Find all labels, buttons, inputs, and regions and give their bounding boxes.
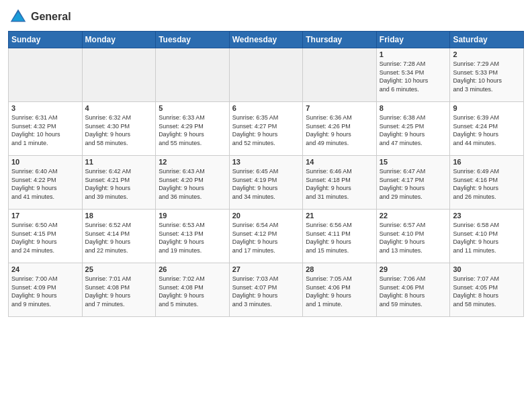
calendar-cell: 30Sunrise: 7:07 AM Sunset: 4:05 PM Dayli…	[450, 263, 524, 317]
day-info: Sunrise: 7:06 AM Sunset: 4:06 PM Dayligh…	[380, 275, 447, 308]
day-info: Sunrise: 6:43 AM Sunset: 4:20 PM Dayligh…	[159, 167, 226, 201]
day-info: Sunrise: 6:56 AM Sunset: 4:11 PM Dayligh…	[306, 221, 373, 255]
day-number: 18	[85, 212, 153, 220]
calendar-week-row: 24Sunrise: 7:00 AM Sunset: 4:09 PM Dayli…	[9, 263, 524, 317]
day-info: Sunrise: 6:42 AM Sunset: 4:21 PM Dayligh…	[85, 167, 153, 201]
day-info: Sunrise: 6:47 AM Sunset: 4:17 PM Dayligh…	[380, 167, 447, 201]
day-number: 9	[453, 104, 521, 112]
day-of-week-header: Sunday	[9, 32, 83, 48]
calendar-cell: 13Sunrise: 6:45 AM Sunset: 4:19 PM Dayli…	[229, 156, 303, 210]
header: General	[8, 7, 524, 27]
day-info: Sunrise: 7:00 AM Sunset: 4:09 PM Dayligh…	[11, 275, 79, 308]
calendar-cell: 7Sunrise: 6:36 AM Sunset: 4:26 PM Daylig…	[303, 102, 377, 156]
calendar-cell: 6Sunrise: 6:35 AM Sunset: 4:27 PM Daylig…	[229, 102, 303, 156]
calendar-week-row: 1Sunrise: 7:28 AM Sunset: 5:34 PM Daylig…	[9, 48, 524, 102]
day-of-week-header: Thursday	[303, 32, 377, 48]
calendar-cell: 16Sunrise: 6:49 AM Sunset: 4:16 PM Dayli…	[450, 156, 524, 210]
day-number: 22	[380, 212, 447, 220]
day-number: 7	[306, 104, 373, 112]
day-info: Sunrise: 6:54 AM Sunset: 4:12 PM Dayligh…	[232, 221, 300, 255]
calendar-cell: 10Sunrise: 6:40 AM Sunset: 4:22 PM Dayli…	[9, 156, 83, 210]
day-info: Sunrise: 6:32 AM Sunset: 4:30 PM Dayligh…	[85, 113, 153, 147]
day-number: 28	[306, 265, 373, 273]
day-number: 17	[11, 212, 79, 220]
day-number: 26	[159, 265, 226, 273]
day-info: Sunrise: 7:01 AM Sunset: 4:08 PM Dayligh…	[85, 275, 153, 308]
day-info: Sunrise: 7:07 AM Sunset: 4:05 PM Dayligh…	[453, 275, 521, 308]
calendar-cell: 27Sunrise: 7:03 AM Sunset: 4:07 PM Dayli…	[229, 263, 303, 317]
day-info: Sunrise: 6:57 AM Sunset: 4:10 PM Dayligh…	[380, 221, 447, 255]
calendar-cell: 12Sunrise: 6:43 AM Sunset: 4:20 PM Dayli…	[156, 156, 230, 210]
calendar-cell	[156, 48, 230, 102]
calendar-cell: 26Sunrise: 7:02 AM Sunset: 4:08 PM Dayli…	[156, 263, 230, 317]
calendar-week-row: 10Sunrise: 6:40 AM Sunset: 4:22 PM Dayli…	[9, 156, 524, 210]
day-of-week-header: Tuesday	[156, 32, 230, 48]
day-info: Sunrise: 7:03 AM Sunset: 4:07 PM Dayligh…	[232, 275, 300, 308]
day-number: 6	[232, 104, 300, 112]
day-info: Sunrise: 6:35 AM Sunset: 4:27 PM Dayligh…	[232, 113, 300, 147]
day-number: 23	[453, 212, 521, 220]
calendar-cell: 17Sunrise: 6:50 AM Sunset: 4:15 PM Dayli…	[9, 210, 83, 263]
calendar-cell: 3Sunrise: 6:31 AM Sunset: 4:32 PM Daylig…	[9, 102, 83, 156]
calendar-cell: 14Sunrise: 6:46 AM Sunset: 4:18 PM Dayli…	[303, 156, 377, 210]
calendar-cell: 20Sunrise: 6:54 AM Sunset: 4:12 PM Dayli…	[229, 210, 303, 263]
calendar-cell: 11Sunrise: 6:42 AM Sunset: 4:21 PM Dayli…	[82, 156, 156, 210]
calendar-cell	[229, 48, 303, 102]
day-number: 10	[11, 158, 79, 166]
day-info: Sunrise: 6:40 AM Sunset: 4:22 PM Dayligh…	[11, 167, 79, 201]
calendar-cell: 8Sunrise: 6:38 AM Sunset: 4:25 PM Daylig…	[376, 102, 450, 156]
calendar-cell: 25Sunrise: 7:01 AM Sunset: 4:08 PM Dayli…	[82, 263, 156, 317]
calendar-week-row: 3Sunrise: 6:31 AM Sunset: 4:32 PM Daylig…	[9, 102, 524, 156]
calendar-header-row: SundayMondayTuesdayWednesdayThursdayFrid…	[9, 32, 524, 48]
day-number: 19	[159, 212, 226, 220]
calendar-cell: 4Sunrise: 6:32 AM Sunset: 4:30 PM Daylig…	[82, 102, 156, 156]
calendar-cell	[9, 48, 83, 102]
day-number: 20	[232, 212, 300, 220]
calendar-cell	[303, 48, 377, 102]
calendar-cell: 19Sunrise: 6:53 AM Sunset: 4:13 PM Dayli…	[156, 210, 230, 263]
day-number: 5	[159, 104, 226, 112]
page-container: General SundayMondayTuesdayWednesdayThur…	[0, 0, 532, 322]
calendar-cell: 24Sunrise: 7:00 AM Sunset: 4:09 PM Dayli…	[9, 263, 83, 317]
calendar-cell: 5Sunrise: 6:33 AM Sunset: 4:29 PM Daylig…	[156, 102, 230, 156]
day-info: Sunrise: 6:49 AM Sunset: 4:16 PM Dayligh…	[453, 167, 521, 201]
day-info: Sunrise: 7:28 AM Sunset: 5:34 PM Dayligh…	[380, 60, 447, 93]
calendar-cell: 9Sunrise: 6:39 AM Sunset: 4:24 PM Daylig…	[450, 102, 524, 156]
calendar-cell: 23Sunrise: 6:58 AM Sunset: 4:10 PM Dayli…	[450, 210, 524, 263]
day-of-week-header: Friday	[376, 32, 450, 48]
day-info: Sunrise: 7:05 AM Sunset: 4:06 PM Dayligh…	[306, 275, 373, 308]
calendar-cell: 28Sunrise: 7:05 AM Sunset: 4:06 PM Dayli…	[303, 263, 377, 317]
calendar-week-row: 17Sunrise: 6:50 AM Sunset: 4:15 PM Dayli…	[9, 210, 524, 263]
day-info: Sunrise: 6:33 AM Sunset: 4:29 PM Dayligh…	[159, 113, 226, 147]
calendar-cell: 21Sunrise: 6:56 AM Sunset: 4:11 PM Dayli…	[303, 210, 377, 263]
day-number: 3	[11, 104, 79, 112]
day-info: Sunrise: 6:46 AM Sunset: 4:18 PM Dayligh…	[306, 167, 373, 201]
day-number: 1	[380, 50, 447, 58]
day-info: Sunrise: 6:50 AM Sunset: 4:15 PM Dayligh…	[11, 221, 79, 255]
day-info: Sunrise: 7:02 AM Sunset: 4:08 PM Dayligh…	[159, 275, 226, 308]
day-number: 21	[306, 212, 373, 220]
day-number: 13	[232, 158, 300, 166]
calendar-cell: 2Sunrise: 7:29 AM Sunset: 5:33 PM Daylig…	[450, 48, 524, 102]
day-number: 4	[85, 104, 153, 112]
day-info: Sunrise: 6:36 AM Sunset: 4:26 PM Dayligh…	[306, 113, 373, 147]
logo-text: General	[31, 11, 71, 23]
day-of-week-header: Wednesday	[229, 32, 303, 48]
day-of-week-header: Saturday	[450, 32, 524, 48]
calendar-cell: 29Sunrise: 7:06 AM Sunset: 4:06 PM Dayli…	[376, 263, 450, 317]
calendar-cell: 18Sunrise: 6:52 AM Sunset: 4:14 PM Dayli…	[82, 210, 156, 263]
day-info: Sunrise: 6:53 AM Sunset: 4:13 PM Dayligh…	[159, 221, 226, 255]
day-number: 14	[306, 158, 373, 166]
day-info: Sunrise: 6:58 AM Sunset: 4:10 PM Dayligh…	[453, 221, 521, 255]
day-number: 12	[159, 158, 226, 166]
day-info: Sunrise: 6:39 AM Sunset: 4:24 PM Dayligh…	[453, 113, 521, 147]
day-number: 30	[453, 265, 521, 273]
calendar-cell	[82, 48, 156, 102]
day-number: 27	[232, 265, 300, 273]
day-number: 25	[85, 265, 153, 273]
day-number: 11	[85, 158, 153, 166]
calendar-cell: 15Sunrise: 6:47 AM Sunset: 4:17 PM Dayli…	[376, 156, 450, 210]
day-info: Sunrise: 6:38 AM Sunset: 4:25 PM Dayligh…	[380, 113, 447, 147]
calendar-cell: 22Sunrise: 6:57 AM Sunset: 4:10 PM Dayli…	[376, 210, 450, 263]
calendar-table: SundayMondayTuesdayWednesdayThursdayFrid…	[8, 31, 524, 317]
